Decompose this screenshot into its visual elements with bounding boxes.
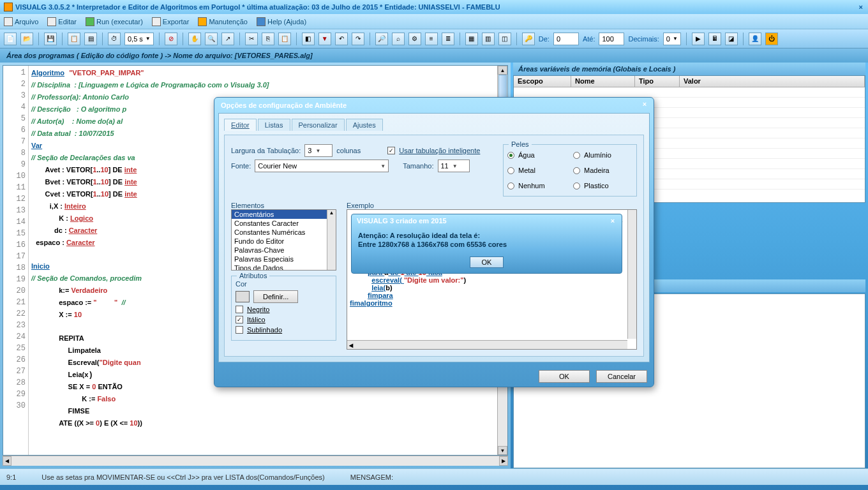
tb-calc[interactable]: 🖩 <box>708 33 721 45</box>
tb-time-combo[interactable]: 0,5 s▼ <box>124 33 154 45</box>
define-color-button[interactable]: Definir... <box>253 290 298 303</box>
code-hscroll[interactable]: ◀▶ <box>3 456 508 466</box>
app-icon <box>4 3 13 11</box>
tab-personalizar[interactable]: Personalizar <box>292 119 345 131</box>
menu-manutencao[interactable]: Manutenção <box>198 17 248 26</box>
color-swatch[interactable] <box>236 291 250 302</box>
window-close-button[interactable]: × <box>859 3 863 11</box>
tab-width-label: Largura da Tabulação: <box>231 147 301 154</box>
col-nome[interactable]: Nome <box>571 76 635 87</box>
italic-checkbox[interactable]: ✓ <box>236 316 243 323</box>
bold-checkbox[interactable] <box>236 306 243 313</box>
tb-b8[interactable]: ◫ <box>498 33 511 45</box>
tb-exit[interactable]: ⏻ <box>765 33 778 45</box>
skin-madeira[interactable] <box>573 167 580 174</box>
resolution-alert: VISUALG 3 criado em 2015× Atenção: A res… <box>351 214 622 274</box>
statusbar: 9:1 Use as setas pra MOVIMENTAR-SE ou <<… <box>0 468 868 485</box>
tb-b6[interactable]: ▦ <box>465 33 478 45</box>
tb-findnext[interactable]: ⌕ <box>392 33 405 45</box>
tb-b4[interactable]: ≡ <box>425 33 438 45</box>
window-titlebar: VISUALG 3.0.5.2 * Interpretador e Editor… <box>0 0 868 14</box>
tb-paste[interactable]: 📋 <box>68 33 80 45</box>
tb-list[interactable]: ▤ <box>84 33 97 45</box>
tb-timer[interactable]: ⏱ <box>108 33 121 45</box>
breadcrumb: Área dos programas ( Edição do código fo… <box>0 48 868 63</box>
alert-ok-button[interactable]: OK <box>470 256 504 268</box>
tb-ate-input[interactable]: 100 <box>599 33 624 45</box>
status-msg: MENSAGEM: <box>350 473 393 481</box>
tb-hand[interactable]: ✋ <box>188 33 201 45</box>
tb-new[interactable]: 📄 <box>4 33 17 45</box>
export-icon <box>152 17 161 26</box>
skin-aluminio[interactable] <box>573 152 580 159</box>
menu-editar[interactable]: Editar <box>47 17 77 26</box>
tb-find[interactable]: 🔎 <box>375 33 388 45</box>
tb-redo[interactable]: ↷ <box>352 33 364 45</box>
menu-run[interactable]: Run (executar) <box>86 17 143 26</box>
tb-key[interactable]: 🔑 <box>522 33 535 45</box>
tb-de-input[interactable]: 0 <box>553 33 579 45</box>
size-combo[interactable]: 11▼ <box>438 160 470 172</box>
run-icon <box>86 17 94 26</box>
help-icon <box>257 17 266 26</box>
alert-close-button[interactable]: × <box>608 217 618 227</box>
options-close-button[interactable]: × <box>640 100 650 110</box>
tb-b1[interactable]: ◧ <box>302 33 315 45</box>
list-item: Constantes Caracter <box>232 219 336 228</box>
tb-zoom[interactable]: 🔍 <box>205 33 218 45</box>
tab-listas[interactable]: Listas <box>258 119 290 131</box>
tb-user[interactable]: 👤 <box>749 33 761 45</box>
dialog-cancel-button[interactable]: Cancelar <box>596 370 647 383</box>
tb-paste2[interactable]: 📋 <box>278 33 291 45</box>
tab-editor[interactable]: Editor <box>224 119 257 131</box>
menu-help[interactable]: Help (Ajuda) <box>257 17 306 26</box>
elements-listbox[interactable]: Comentários Constantes Caracter Constant… <box>231 209 336 271</box>
toolbar: 📄 📂 💾 📋 ▤ ⏱ 0,5 s▼ ⊘ ✋ 🔍 ↗ ✂ ⎘ 📋 ◧ ▼ ↶ ↷… <box>0 29 868 48</box>
line-gutter: 1234567891011121314151617181920212223242… <box>3 66 29 455</box>
tb-save[interactable]: 💾 <box>44 33 57 45</box>
tb-dec-combo[interactable]: 0▼ <box>663 33 681 45</box>
list-item: Palavras Especiais <box>232 255 336 264</box>
underline-checkbox[interactable] <box>236 326 243 334</box>
tb-b7[interactable]: ▥ <box>482 33 495 45</box>
tb-b3[interactable]: ⚙ <box>408 33 421 45</box>
list-item: Comentários <box>232 210 336 219</box>
skin-metal[interactable] <box>507 167 514 174</box>
tb-goto[interactable]: ↗ <box>221 33 234 45</box>
list-item: Palavras-Chave <box>232 246 336 255</box>
tb-de-label: De: <box>539 35 550 43</box>
font-combo[interactable]: Courier New▼ <box>255 160 389 172</box>
tb-b5[interactable]: ≣ <box>442 33 454 45</box>
tb-undo[interactable]: ↶ <box>335 33 348 45</box>
skin-agua[interactable] <box>507 152 514 159</box>
tb-b2[interactable]: ▼ <box>318 33 331 45</box>
options-dialog-title[interactable]: Opções de configuração de Ambiênte × <box>214 98 654 113</box>
tab-width-combo[interactable]: 3▼ <box>304 144 333 157</box>
smart-tab-checkbox[interactable]: ✓ <box>387 147 395 154</box>
tb-cut[interactable]: ✂ <box>245 33 258 45</box>
tb-c1[interactable]: ▶ <box>692 33 705 45</box>
tab-ajustes[interactable]: Ajustes <box>346 119 383 131</box>
tb-copy[interactable]: ⎘ <box>262 33 274 45</box>
col-tipo[interactable]: Tipo <box>635 76 680 87</box>
menu-arquivo[interactable]: Arquivo <box>4 17 38 26</box>
tb-dec-label: Decimais: <box>628 35 659 43</box>
list-item: Tipos de Dados <box>232 264 336 271</box>
wrench-icon <box>198 17 207 26</box>
list-item: Constantes Numéricas <box>232 228 336 237</box>
skin-nenhum[interactable] <box>507 182 514 189</box>
col-valor[interactable]: Valor <box>680 76 865 87</box>
vars-panel-title: Áreas variáveis de memória (Globais e Lo… <box>513 63 865 75</box>
col-escopo[interactable]: Escopo <box>514 76 571 87</box>
window-title: VISUALG 3.0.5.2 * Interpretador e Editor… <box>15 3 500 11</box>
skin-plastico[interactable] <box>573 182 580 189</box>
status-hint: Use as setas pra MOVIMENTAR-SE ou <<Ctrl… <box>41 473 324 481</box>
font-label: Fonte: <box>231 162 251 170</box>
dialog-ok-button[interactable]: OK <box>539 370 590 383</box>
tb-open[interactable]: 📂 <box>20 33 33 45</box>
menu-exportar[interactable]: Exportar <box>152 17 190 26</box>
menubar: Arquivo Editar Run (executar) Exportar M… <box>0 14 868 29</box>
tb-c2[interactable]: ◪ <box>725 33 738 45</box>
tb-ate-label: Até: <box>583 35 595 43</box>
tb-stop[interactable]: ⊘ <box>165 33 177 45</box>
